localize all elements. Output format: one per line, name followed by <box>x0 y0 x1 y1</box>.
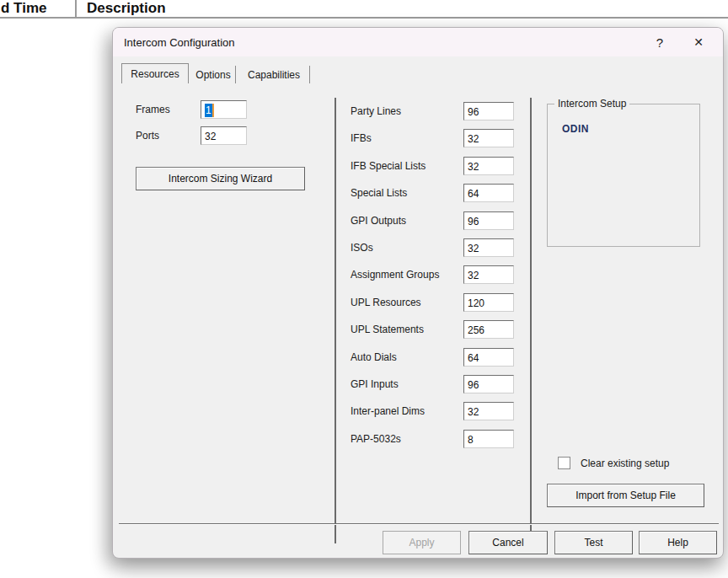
tab-capabilities[interactable]: Capabilities <box>238 66 310 83</box>
background-list-header: d Time Description <box>0 0 728 19</box>
upl-resources-input[interactable] <box>463 293 514 312</box>
resource-label: GPI Outputs <box>351 215 406 227</box>
resource-label: Auto Dials <box>351 351 397 363</box>
intercom-setup-title: Intercom Setup <box>554 98 629 110</box>
clear-existing-setup-checkbox[interactable] <box>558 457 570 469</box>
intercom-setup-groupbox: Intercom Setup ODIN <box>547 104 700 247</box>
resource-row-gpi-outputs: GPI Outputs <box>351 211 514 230</box>
resource-row-inter-panel-dims: Inter-panel Dims <box>351 402 514 420</box>
vertical-divider-right <box>530 98 532 543</box>
frames-selected-value: 1 <box>205 104 212 117</box>
upl-statements-input[interactable] <box>463 320 514 339</box>
ifb-special-lists-input[interactable] <box>463 157 514 175</box>
test-button[interactable]: Test <box>554 531 633 554</box>
dialog-title: Intercom Configuration <box>113 36 235 49</box>
column-header-time[interactable]: d Time <box>1 0 46 17</box>
intercom-sizing-wizard-button[interactable]: Intercom Sizing Wizard <box>136 167 305 190</box>
resource-label: Assignment Groups <box>351 269 439 281</box>
resource-label: Party Lines <box>351 105 401 117</box>
gpi-outputs-input[interactable] <box>463 211 514 230</box>
resource-row-special-lists: Special Lists <box>351 184 514 202</box>
tab-resources[interactable]: Resources <box>121 63 189 83</box>
resource-row-upl-resources: UPL Resources <box>351 293 514 312</box>
ports-input[interactable] <box>201 126 247 145</box>
resource-label: GPI Inputs <box>351 378 399 390</box>
frames-input[interactable]: 1 <box>201 100 247 119</box>
apply-button[interactable]: Apply <box>383 531 461 554</box>
setup-item-odin[interactable]: ODIN <box>562 123 589 135</box>
cancel-button[interactable]: Cancel <box>468 531 548 554</box>
ifbs-input[interactable] <box>463 129 514 147</box>
isos-input[interactable] <box>463 238 514 257</box>
auto-dials-input[interactable] <box>463 348 514 367</box>
party-lines-input[interactable] <box>463 102 514 120</box>
resource-label: ISOs <box>351 242 373 254</box>
resource-row-pap-5032s: PAP-5032s <box>351 430 514 448</box>
clear-existing-setup-row: Clear existing setup <box>558 457 669 469</box>
resource-row-assignment-groups: Assignment Groups <box>351 265 514 284</box>
resource-row-gpi-inputs: GPI Inputs <box>351 375 514 393</box>
resource-row-ifbs: IFBs <box>351 129 514 147</box>
tab-options[interactable]: Options <box>191 66 236 83</box>
resource-label: Inter-panel Dims <box>351 405 425 417</box>
vertical-divider-left <box>335 98 336 543</box>
resource-label: IFB Special Lists <box>351 160 426 172</box>
close-icon[interactable]: ✕ <box>684 28 713 56</box>
import-from-setup-file-button[interactable]: Import from Setup File <box>547 484 704 507</box>
resource-row-party-lines: Party Lines <box>351 102 514 120</box>
tab-panel-bottom-divider <box>119 523 719 524</box>
help-icon[interactable]: ? <box>645 28 674 56</box>
resource-label: PAP-5032s <box>351 433 401 445</box>
resource-label: UPL Resources <box>351 297 421 308</box>
assignment-groups-input[interactable] <box>463 265 514 284</box>
inter-panel-dims-input[interactable] <box>463 402 514 420</box>
resource-row-auto-dials: Auto Dials <box>351 348 514 367</box>
resource-label: IFBs <box>351 132 372 144</box>
intercom-configuration-dialog: Intercom Configuration ? ✕ Resources Opt… <box>112 27 724 559</box>
resource-label: Special Lists <box>351 187 407 199</box>
text-caret <box>212 104 214 117</box>
gpi-inputs-input[interactable] <box>463 375 514 393</box>
column-divider[interactable] <box>75 0 77 17</box>
resource-row-upl-statements: UPL Statements <box>351 320 514 339</box>
resource-label: UPL Statements <box>351 324 424 335</box>
dialog-titlebar[interactable]: Intercom Configuration ? ✕ <box>113 28 723 56</box>
frames-label: Frames <box>136 104 170 115</box>
column-header-description[interactable]: Description <box>87 0 166 17</box>
help-button[interactable]: Help <box>639 531 717 554</box>
special-lists-input[interactable] <box>463 184 514 202</box>
ports-label: Ports <box>136 130 159 142</box>
resource-row-ifb-special-lists: IFB Special Lists <box>351 157 514 175</box>
clear-existing-setup-label: Clear existing setup <box>581 458 669 469</box>
resource-row-isos: ISOs <box>351 238 514 257</box>
pap-5032s-input[interactable] <box>463 430 514 448</box>
